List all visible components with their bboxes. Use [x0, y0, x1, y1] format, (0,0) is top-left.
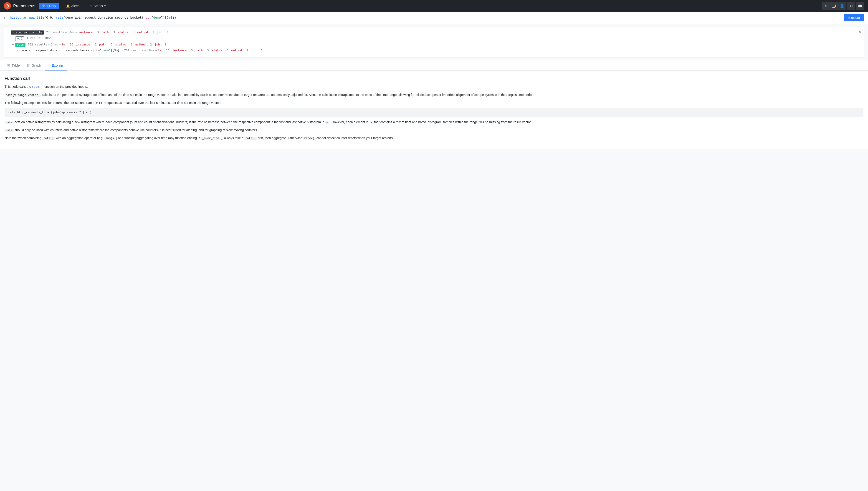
connector: ─: [17, 49, 19, 52]
note-code-3: _over_time: [201, 137, 220, 140]
metric-row-09: ─ 0.9 1 result — 18ms: [12, 36, 861, 41]
query-actions: ⋮ Execute: [834, 14, 864, 21]
metrics-panel: ✕ ─ histogram_quantile 27 results — 50ms…: [4, 27, 864, 58]
explain-icon: ○: [49, 63, 51, 67]
settings-button[interactable]: ⚙: [847, 2, 855, 10]
label-job-key: job: [143, 16, 149, 20]
explain-note-para: Note that when combining rate() with an …: [4, 136, 864, 141]
connector: ─: [12, 43, 14, 46]
histogram-tag: histogram_quantile: [11, 30, 44, 34]
explain-title: Function call: [4, 76, 864, 81]
dark-mode-button[interactable]: 🌙: [830, 2, 838, 10]
connector: ─: [12, 36, 14, 40]
status-button[interactable]: ▭ Status ▾: [86, 3, 109, 9]
rate-code-2: rate: [4, 121, 13, 124]
graph-icon: ◫: [27, 63, 30, 67]
rate-link[interactable]: rate(): [32, 85, 43, 89]
explain-desc3-para: rate should only be used with counters a…: [4, 127, 864, 133]
metric-row-histogram: ─ histogram_quantile 27 results — 50ms —…: [7, 30, 861, 34]
bucket-stats: 702 results — 18ms — le: 26 instance: 3 …: [124, 49, 263, 52]
query-bar: >_ histogram_quantile(0.9, rate(demo_api…: [0, 12, 868, 24]
brand: Prometheus: [4, 2, 35, 9]
more-options-button[interactable]: ⋮: [834, 14, 842, 21]
rate-stats: 702 results — 14ms — le: 26 instance: 3 …: [28, 43, 166, 46]
tab-explain[interactable]: ○ Explain: [45, 61, 67, 70]
note-code-2: sum(): [104, 137, 115, 140]
metric-row-bucket: ─ demo_api_request_duration_seconds_buck…: [17, 49, 861, 52]
close-panel-button[interactable]: ✕: [858, 30, 861, 34]
help-button[interactable]: 📖: [856, 2, 864, 10]
rate-code-3: rate: [4, 129, 13, 132]
bucket-name: demo_api_request_duration_seconds_bucket…: [20, 49, 119, 52]
metric-row-rate: ─ rate 702 results — 14ms — le: 26 insta…: [12, 43, 861, 47]
brand-logo: [4, 2, 11, 9]
user-icon-button[interactable]: 👤: [838, 2, 846, 10]
rate-tag: rate: [15, 43, 26, 47]
svg-point-2: [7, 5, 8, 6]
tab-table[interactable]: ⊞ Table: [4, 60, 23, 70]
value-09-stats: 1 result — 18ms: [27, 36, 52, 40]
label-job-val: demo: [153, 16, 161, 20]
table-icon: ⊞: [7, 63, 10, 67]
chevron-down-icon: ▾: [104, 4, 106, 8]
explain-intro-para: This node calls the rate() function on t…: [4, 84, 864, 90]
fn-rate: rate: [56, 16, 63, 20]
tab-graph[interactable]: ◫ Graph: [23, 60, 45, 70]
explain-desc1-para: rate(v range-vector) calculates the per-…: [4, 92, 864, 97]
execute-button[interactable]: Execute: [844, 14, 864, 21]
navbar-right: ☀ 🌙 👤 ⚙ 📖: [821, 2, 864, 10]
rate-range-vector-code: rate(v range-vector): [4, 93, 41, 97]
histogram-stats: 27 results — 50ms — instance: 3 path: 3 …: [46, 30, 169, 34]
explain-example-intro: The following example expression returns…: [4, 100, 864, 105]
note-code-4: rate(): [244, 137, 257, 140]
status-icon: ▭: [89, 4, 92, 8]
brand-title: Prometheus: [13, 4, 35, 8]
alerts-button[interactable]: 🔔 Alerts: [63, 3, 83, 9]
explain-panel: Function call This node calls the rate()…: [0, 71, 868, 149]
note-code-5: rate(): [303, 137, 316, 140]
v-code-2: v: [369, 121, 373, 124]
fn-histogram: histogram_quantile: [10, 16, 44, 20]
value-09-tag: 0.9: [15, 36, 24, 41]
explain-desc2-para: rate acts on native histograms by calcul…: [4, 120, 864, 125]
query-icon: 🔍: [42, 4, 46, 8]
query-prompt: >_: [4, 16, 8, 20]
note-code-1: rate(): [42, 137, 55, 140]
query-button[interactable]: 🔍 Query: [39, 3, 59, 9]
light-mode-button[interactable]: ☀: [821, 2, 830, 10]
time-range: 5m: [167, 16, 170, 20]
v-code-1: v: [325, 121, 329, 124]
tabs-bar: ⊞ Table ◫ Graph ○ Explain: [0, 60, 868, 71]
query-display[interactable]: histogram_quantile(0.9, rate(demo_api_re…: [10, 16, 832, 20]
navbar: Prometheus 🔍 Query 🔔 Alerts ▭ Status ▾ ☀…: [0, 0, 868, 12]
example-code-block: rate(http_requests_total{job="api-server…: [4, 108, 864, 117]
connector: ─: [7, 30, 9, 34]
theme-toggle-group: ☀ 🌙 👤: [821, 2, 846, 10]
bell-icon: 🔔: [66, 4, 70, 8]
